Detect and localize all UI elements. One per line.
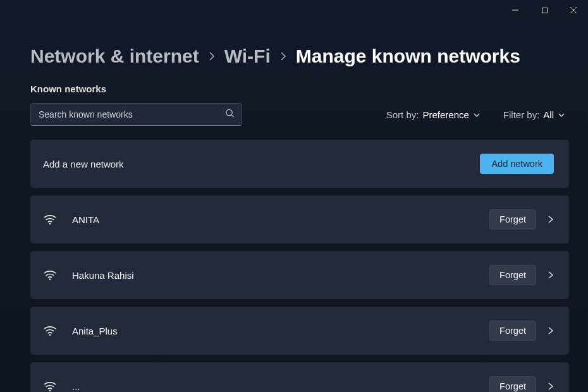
- wifi-icon: [42, 325, 58, 336]
- filter-by-value: All: [543, 109, 554, 120]
- sort-by-value: Preference: [422, 109, 469, 120]
- chevron-right-icon[interactable]: [548, 382, 554, 391]
- titlebar: [0, 0, 588, 20]
- minimize-button[interactable]: [501, 0, 530, 20]
- svg-point-6: [49, 223, 51, 224]
- chevron-down-icon: [473, 109, 481, 120]
- svg-point-7: [49, 278, 51, 280]
- chevron-right-icon: [208, 52, 216, 61]
- forget-button[interactable]: Forget: [489, 265, 536, 285]
- svg-point-9: [49, 389, 51, 391]
- network-row[interactable]: ... Forget: [30, 362, 569, 392]
- chevron-right-icon[interactable]: [548, 326, 554, 335]
- breadcrumb-item-wifi[interactable]: Wi-Fi: [224, 46, 271, 67]
- maximize-button[interactable]: [530, 0, 559, 20]
- filter-by-dropdown[interactable]: Filter by: All: [503, 109, 565, 120]
- search-input[interactable]: [30, 103, 242, 126]
- forget-button[interactable]: Forget: [489, 321, 536, 341]
- wifi-icon: [42, 269, 58, 281]
- chevron-down-icon: [558, 109, 565, 120]
- wifi-icon: [42, 381, 58, 392]
- add-network-label: Add a new network: [43, 159, 480, 169]
- chevron-right-icon[interactable]: [548, 271, 554, 279]
- filter-by-label: Filter by:: [503, 109, 540, 120]
- breadcrumb-item-network[interactable]: Network & internet: [30, 46, 199, 67]
- network-name: ANITA: [72, 214, 489, 225]
- network-name: ...: [72, 381, 489, 392]
- forget-button[interactable]: Forget: [489, 209, 536, 230]
- svg-point-8: [49, 334, 51, 336]
- sort-by-label: Sort by:: [386, 109, 419, 120]
- network-row[interactable]: Hakuna Rahisi Forget: [30, 251, 569, 299]
- breadcrumb: Network & internet Wi-Fi Manage known ne…: [30, 46, 569, 67]
- breadcrumb-item-current: Manage known networks: [296, 46, 520, 67]
- add-network-row: Add a new network Add network: [30, 140, 569, 188]
- forget-button[interactable]: Forget: [489, 376, 536, 392]
- sort-by-dropdown[interactable]: Sort by: Preference: [386, 109, 481, 120]
- chevron-right-icon: [279, 52, 287, 61]
- wifi-icon: [42, 214, 58, 225]
- network-row[interactable]: Anita_Plus Forget: [30, 307, 569, 355]
- close-button[interactable]: [559, 0, 588, 20]
- add-network-button[interactable]: Add network: [480, 154, 554, 174]
- section-title: Known networks: [30, 83, 569, 94]
- svg-rect-1: [542, 8, 547, 13]
- search-field: [30, 103, 242, 126]
- network-name: Anita_Plus: [72, 326, 489, 336]
- network-name: Hakuna Rahisi: [72, 270, 489, 281]
- chevron-right-icon[interactable]: [548, 215, 554, 224]
- network-row[interactable]: ANITA Forget: [30, 195, 569, 243]
